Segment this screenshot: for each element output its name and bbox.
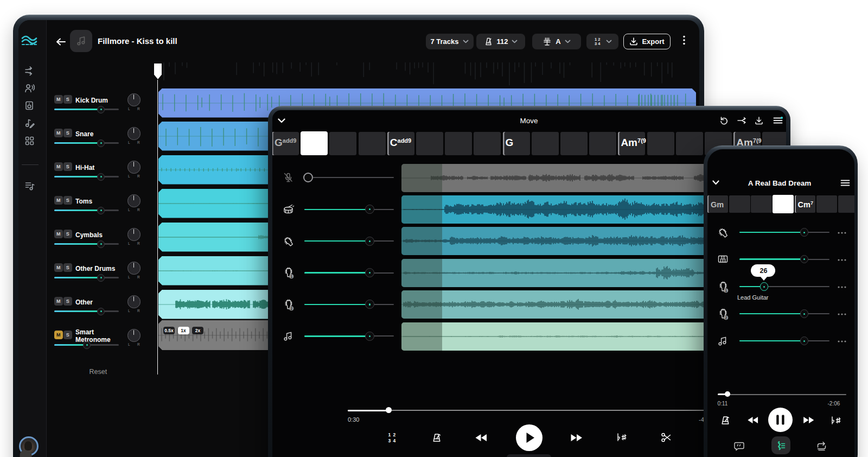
svg-text:2: 2 <box>290 306 292 310</box>
svg-text:2: 2 <box>725 315 727 319</box>
svg-text:1: 1 <box>290 275 292 278</box>
svg-text:1: 1 <box>725 288 727 292</box>
